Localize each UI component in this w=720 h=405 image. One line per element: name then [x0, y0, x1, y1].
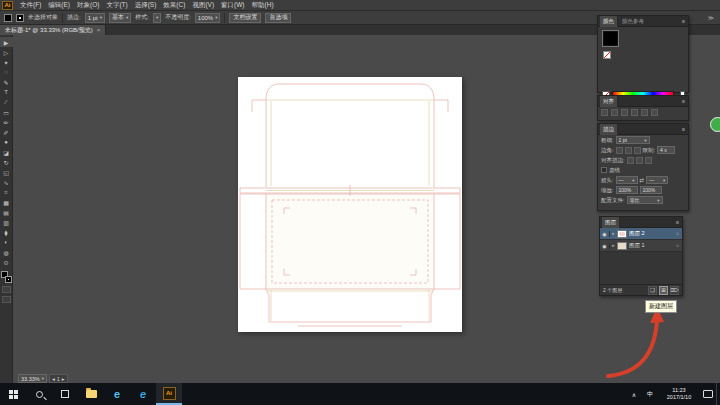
stroke-width-select[interactable]: 1 pt▾ [85, 13, 105, 23]
hand-tool[interactable]: ◍ [0, 247, 13, 257]
layer-name[interactable]: 图层 1 [629, 242, 673, 249]
width-tool[interactable]: ∿ [0, 177, 13, 187]
new-layer-button[interactable]: ⊞ [659, 286, 668, 295]
panel-menu-icon[interactable]: ≡ [676, 219, 680, 225]
arrowhead-start-select[interactable]: —▾ [616, 176, 638, 184]
menu-window[interactable]: 窗口(W) [221, 1, 244, 10]
miter-join-button[interactable] [616, 147, 623, 154]
menu-select[interactable]: 选择(S) [135, 1, 157, 10]
visibility-eye-icon[interactable]: ◉ [600, 231, 610, 237]
blob-brush-tool[interactable]: ● [0, 137, 13, 147]
search-button[interactable] [26, 383, 52, 405]
fill-stroke-wells[interactable] [1, 271, 12, 283]
draw-mode-button[interactable] [2, 286, 11, 293]
current-fill-swatch[interactable] [603, 31, 618, 46]
control-overflow-icon[interactable]: ≫ [708, 14, 716, 21]
menu-file[interactable]: 文件(F) [20, 1, 41, 10]
tab-align[interactable]: 对齐 [600, 96, 618, 107]
pen-tool[interactable]: ✎ [0, 77, 13, 87]
new-sublayer-button[interactable]: ❏ [648, 286, 657, 295]
align-left-button[interactable] [601, 109, 608, 116]
menu-type[interactable]: 文字(T) [106, 1, 127, 10]
prev-artboard-icon[interactable]: ◂ [52, 376, 55, 382]
tab-layers[interactable]: 图层 [602, 217, 620, 228]
ime-indicator[interactable]: 中 [642, 383, 658, 405]
menu-effect[interactable]: 效果(C) [163, 1, 185, 10]
bevel-join-button[interactable] [634, 147, 641, 154]
layer-name[interactable]: 图层 2 [629, 230, 673, 237]
show-desktop-button[interactable] [716, 383, 720, 405]
brush-definition-select[interactable]: 基本▾ [109, 13, 131, 23]
floating-helper-bubble[interactable] [710, 117, 720, 132]
opacity-select[interactable]: 100%▾ [195, 13, 221, 23]
free-transform-tool[interactable]: ⌗ [0, 187, 13, 197]
align-center-button[interactable] [611, 109, 618, 116]
arrow-scale-end-input[interactable]: 100% [640, 186, 662, 194]
tray-overflow-button[interactable]: ∧ [626, 383, 642, 405]
style-select[interactable]: ▾ [153, 13, 161, 23]
artboard-navigation[interactable]: ◂ 1 ▸ [49, 374, 68, 383]
stroke-well[interactable] [5, 276, 12, 283]
align-right-button[interactable] [621, 109, 628, 116]
align-bottom-button[interactable] [651, 109, 658, 116]
blend-tool[interactable]: ◐ [0, 237, 13, 247]
arrowhead-end-select[interactable]: —▾ [646, 176, 668, 184]
delete-layer-button[interactable]: ⌦ [670, 286, 679, 295]
none-color-swatch[interactable] [603, 51, 611, 59]
type-tool[interactable]: T [0, 87, 13, 97]
fill-color-swatch[interactable] [4, 14, 12, 22]
layer-row[interactable]: ◉ ▸ 图层 1 ○ [600, 240, 682, 252]
rectangle-tool[interactable]: ▭ [0, 107, 13, 117]
align-stroke-outside-button[interactable] [645, 157, 652, 164]
panel-menu-icon[interactable]: ≡ [682, 126, 686, 132]
paintbrush-tool[interactable]: ✏ [0, 117, 13, 127]
mesh-tool[interactable]: ▤ [0, 207, 13, 217]
round-join-button[interactable] [625, 147, 632, 154]
miter-limit-input[interactable]: 4 x [657, 146, 675, 154]
swap-arrowheads-icon[interactable]: ⇄ [640, 177, 645, 183]
menu-edit[interactable]: 编辑(E) [48, 1, 70, 10]
direct-selection-tool[interactable]: ▷ [0, 47, 13, 57]
action-center-button[interactable] [700, 383, 716, 405]
file-explorer-button[interactable] [78, 383, 104, 405]
visibility-eye-icon[interactable]: ◉ [600, 243, 610, 249]
target-circle-icon[interactable]: ○ [673, 231, 682, 236]
align-stroke-center-button[interactable] [627, 157, 634, 164]
document-tab[interactable]: 未标题-1* @ 33.33% (RGB/预览) × [0, 25, 106, 35]
lasso-tool[interactable]: ◌ [0, 67, 13, 77]
disclosure-triangle-icon[interactable]: ▸ [610, 243, 617, 248]
document-setup-button[interactable]: 文档设置 [229, 13, 261, 23]
rotate-tool[interactable]: ↻ [0, 157, 13, 167]
width-profile-select[interactable]: 等比▾ [627, 196, 663, 204]
magic-wand-tool[interactable]: ✦ [0, 57, 13, 67]
scale-tool[interactable]: ◱ [0, 167, 13, 177]
pencil-tool[interactable]: ✐ [0, 127, 13, 137]
menu-help[interactable]: 帮助(H) [252, 1, 274, 10]
panel-menu-icon[interactable]: ≡ [682, 18, 686, 24]
eraser-tool[interactable]: ◪ [0, 147, 13, 157]
zoom-tool[interactable]: ⊙ [0, 257, 13, 267]
gradient-tool[interactable]: ▥ [0, 217, 13, 227]
task-view-button[interactable] [52, 383, 78, 405]
eyedropper-tool[interactable]: ⧫ [0, 227, 13, 237]
start-button[interactable] [0, 383, 26, 405]
tab-stroke[interactable]: 描边 [600, 124, 618, 135]
dashed-line-checkbox[interactable] [601, 167, 607, 173]
edge-browser-button[interactable]: e [104, 383, 130, 405]
layer-row[interactable]: ◉ ▸ 图层 2 ○ [600, 228, 682, 240]
selection-tool[interactable]: ▶ [0, 37, 13, 47]
artboard[interactable] [238, 77, 462, 332]
next-artboard-icon[interactable]: ▸ [62, 376, 65, 382]
align-middle-button[interactable] [641, 109, 648, 116]
tab-color[interactable]: 颜色 [600, 16, 618, 27]
line-tool[interactable]: ∕ [0, 97, 13, 107]
menu-object[interactable]: 对象(O) [77, 1, 99, 10]
shape-builder-tool[interactable]: ▦ [0, 197, 13, 207]
align-top-button[interactable] [631, 109, 638, 116]
document-close-icon[interactable]: × [97, 27, 101, 33]
arrow-scale-start-input[interactable]: 100% [616, 186, 638, 194]
panel-menu-icon[interactable]: ≡ [682, 98, 686, 104]
tab-color-guide[interactable]: 颜色参考 [619, 16, 648, 27]
stroke-weight-select[interactable]: 1 pt▾ [616, 136, 650, 144]
disclosure-triangle-icon[interactable]: ▸ [610, 231, 617, 236]
